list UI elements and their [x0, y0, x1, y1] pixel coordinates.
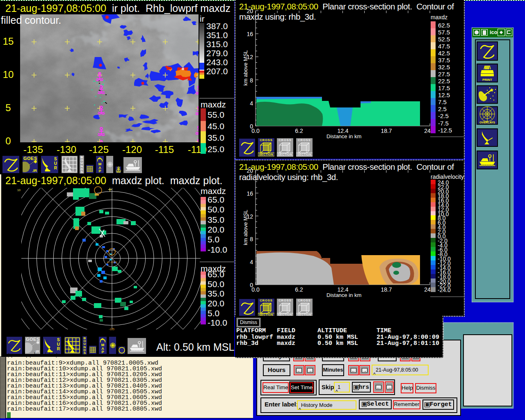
svg-text:10: 10 — [17, 189, 21, 192]
svg-text:b<-125-0: b<-125-0 — [107, 261, 117, 263]
svg-text:-125: -125 — [109, 328, 114, 331]
